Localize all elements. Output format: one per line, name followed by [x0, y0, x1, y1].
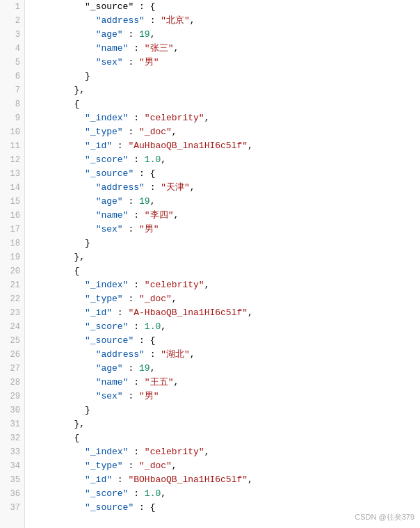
json-key: "_id": [85, 307, 112, 318]
json-string-value: "天津": [161, 182, 190, 193]
json-number-value: 19: [139, 363, 150, 374]
line-number: 20: [0, 264, 24, 278]
line-number: 18: [0, 237, 24, 250]
line-number: 22: [0, 292, 24, 306]
code-line: {: [31, 264, 420, 278]
json-key: "_index": [85, 280, 128, 290]
json-key: "name": [96, 377, 129, 387]
line-number: 37: [0, 501, 24, 515]
code-line: "sex" : "男": [31, 390, 420, 403]
line-number: 17: [0, 223, 24, 237]
line-number: 28: [0, 376, 24, 390]
json-key: "_score": [85, 154, 128, 165]
line-number: 10: [0, 125, 24, 139]
json-key: "sex": [96, 57, 123, 67]
code-line: "age" : 19,: [31, 195, 420, 209]
line-number: 32: [0, 431, 24, 445]
code-line: "_source" : {: [31, 167, 420, 181]
code-area[interactable]: "_source" : { "address" : "北京", "age" : …: [25, 0, 420, 528]
watermark: CSDN @往矣379: [355, 512, 414, 522]
line-number: 29: [0, 390, 24, 403]
json-number-value: 1.0: [145, 154, 161, 165]
line-number: 13: [0, 167, 24, 181]
json-number-value: 1.0: [145, 321, 161, 332]
json-string-value: "_doc": [139, 461, 172, 471]
json-key: "_source": [85, 335, 134, 346]
line-number: 19: [0, 250, 24, 264]
code-line: "address" : "湖北",: [31, 348, 420, 362]
json-key: "name": [96, 43, 129, 54]
code-line: },: [31, 83, 420, 97]
json-string-value: "男": [139, 57, 159, 67]
line-number: 14: [0, 181, 24, 195]
json-key: "_type": [85, 127, 123, 137]
json-string-value: "BOHbaoQB_lna1HI6c5lf": [128, 474, 248, 485]
line-number: 21: [0, 278, 24, 292]
line-number: 31: [0, 417, 24, 431]
json-key: "_source": [85, 502, 134, 513]
code-line: "_source" : {: [31, 334, 420, 348]
code-line: }: [31, 70, 420, 83]
line-number: 1: [0, 0, 24, 14]
json-key: "sex": [96, 224, 123, 234]
code-line: "sex" : "男": [31, 223, 420, 237]
code-line: "_score" : 1.0,: [31, 487, 420, 501]
line-number: 16: [0, 209, 24, 223]
json-string-value: "celebrity": [145, 280, 204, 290]
code-line: "_type" : "_doc",: [31, 292, 420, 306]
line-number: 5: [0, 56, 24, 70]
code-line: },: [31, 250, 420, 264]
json-key: "_score": [85, 321, 128, 332]
json-key: "sex": [96, 391, 123, 401]
json-key: "_source": [85, 168, 134, 179]
code-line: "_id" : "A-HbaoQB_lna1HI6c5lf",: [31, 306, 420, 320]
line-number: 30: [0, 403, 24, 417]
json-key: "_index": [85, 113, 128, 123]
json-string-value: "_doc": [139, 294, 172, 304]
json-string-value: "AuHbaoQB_lna1HI6c5lf": [128, 141, 248, 151]
json-string-value: "celebrity": [145, 113, 204, 123]
line-number: 36: [0, 487, 24, 501]
json-number-value: 19: [139, 196, 150, 207]
code-line: "_source" : {: [31, 0, 420, 14]
code-line: "age" : 19,: [31, 362, 420, 376]
line-number: 25: [0, 334, 24, 348]
json-number-value: 19: [139, 29, 150, 40]
line-number: 35: [0, 473, 24, 487]
code-line: }: [31, 237, 420, 250]
line-number: 33: [0, 445, 24, 459]
code-line: "address" : "天津",: [31, 181, 420, 195]
json-key: "name": [96, 210, 129, 221]
json-string-value: "李四": [145, 210, 174, 221]
code-line: "_type" : "_doc",: [31, 125, 420, 139]
code-line: "name" : "李四",: [31, 209, 420, 223]
json-number-value: 1.0: [145, 488, 161, 499]
line-number: 26: [0, 348, 24, 362]
line-number: 27: [0, 362, 24, 376]
code-line: "_type" : "_doc",: [31, 459, 420, 473]
code-line: "_id" : "AuHbaoQB_lna1HI6c5lf",: [31, 139, 420, 153]
json-string-value: "A-HbaoQB_lna1HI6c5lf": [128, 307, 248, 318]
line-number: 15: [0, 195, 24, 209]
line-number: 11: [0, 139, 24, 153]
code-line: "_index" : "celebrity",: [31, 111, 420, 125]
line-numbers: 1234567891011121314151617181920212223242…: [0, 0, 25, 528]
line-number: 3: [0, 28, 24, 42]
json-string-value: "北京": [161, 15, 190, 26]
json-key: "address": [96, 15, 145, 26]
line-number: 2: [0, 14, 24, 28]
code-line: {: [31, 431, 420, 445]
json-key: "age": [96, 29, 123, 40]
line-number: 23: [0, 306, 24, 320]
json-key: "_id": [85, 474, 112, 485]
code-line: "_score" : 1.0,: [31, 153, 420, 167]
code-line: "address" : "北京",: [31, 14, 420, 28]
line-number: 4: [0, 42, 24, 56]
editor-container: 1234567891011121314151617181920212223242…: [0, 0, 420, 528]
json-key: "age": [96, 196, 123, 207]
line-number: 9: [0, 111, 24, 125]
json-key: "_type": [85, 294, 123, 304]
code-line: "age" : 19,: [31, 28, 420, 42]
json-string-value: "celebrity": [145, 447, 204, 457]
json-string-value: "男": [139, 391, 159, 401]
